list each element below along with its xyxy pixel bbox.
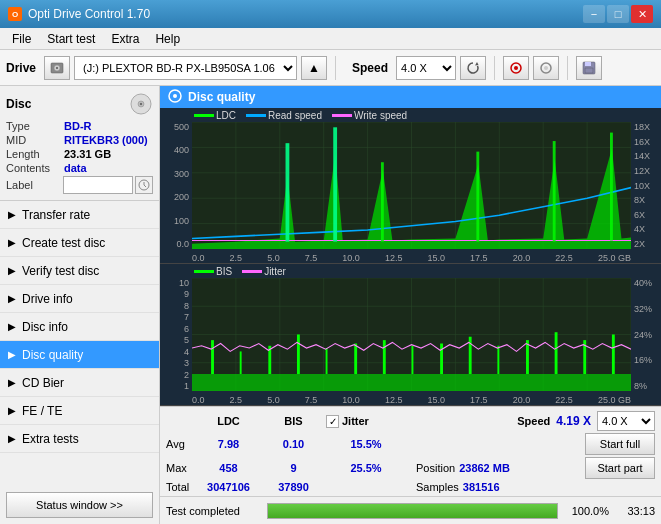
legend-readspeed-label: Read speed xyxy=(268,110,322,121)
y1-200: 200 xyxy=(174,192,189,202)
drive-icon-btn xyxy=(44,56,70,80)
legend-ldc: LDC xyxy=(194,110,236,121)
y1r-6: 6X xyxy=(634,210,645,220)
label-input[interactable] xyxy=(63,176,133,194)
x2-125: 12.5 xyxy=(385,395,403,405)
x1-200: 20.0 xyxy=(513,253,531,263)
minimize-button[interactable]: − xyxy=(583,5,605,23)
svg-rect-67 xyxy=(497,346,499,374)
nav-label: Disc info xyxy=(22,320,68,334)
menu-help[interactable]: Help xyxy=(147,30,188,48)
disc-quality-header: Disc quality xyxy=(160,86,661,108)
length-val: 23.31 GB xyxy=(64,148,111,160)
disc-icon xyxy=(129,92,153,116)
nav-drive-info[interactable]: ▶ Drive info xyxy=(0,285,159,313)
nav-extra-tests[interactable]: ▶ Extra tests xyxy=(0,425,159,453)
jitter-checkbox[interactable]: ✓ xyxy=(326,415,339,428)
progress-label: Test completed xyxy=(166,505,261,517)
y2-5: 5 xyxy=(184,335,189,345)
legend-readspeed: Read speed xyxy=(246,110,322,121)
x1-225: 22.5 xyxy=(555,253,573,263)
legend-jitter-color xyxy=(242,270,262,273)
arrow-icon: ▶ xyxy=(8,433,16,444)
menu-file[interactable]: File xyxy=(4,30,39,48)
length-key: Length xyxy=(6,148,64,160)
start-full-btn[interactable]: Start full xyxy=(585,433,655,455)
disc-read-btn[interactable] xyxy=(533,56,559,80)
y1r-10: 10X xyxy=(634,181,650,191)
y1r-8: 8X xyxy=(634,195,645,205)
legend-ldc-label: LDC xyxy=(216,110,236,121)
close-button[interactable]: ✕ xyxy=(631,5,653,23)
charts-area: LDC Read speed Write speed xyxy=(160,108,661,406)
x2-50: 5.0 xyxy=(267,395,280,405)
nav-label: Transfer rate xyxy=(22,208,90,222)
eject-button[interactable]: ▲ xyxy=(301,56,327,80)
content-area: Disc quality LDC Read speed xyxy=(160,86,661,524)
drive-label: Drive xyxy=(6,61,36,75)
svg-rect-61 xyxy=(326,348,328,374)
disc-write-btn[interactable] xyxy=(503,56,529,80)
y2-9: 9 xyxy=(184,289,189,299)
nav-label: Extra tests xyxy=(22,432,79,446)
save-button[interactable] xyxy=(576,56,602,80)
contents-key: Contents xyxy=(6,162,64,174)
sidebar: Disc Type BD-R MID RITEKBR3 (000) Length… xyxy=(0,86,160,524)
main-area: Disc Type BD-R MID RITEKBR3 (000) Length… xyxy=(0,86,661,524)
max-ldc: 458 xyxy=(196,462,261,474)
y1r-2: 2X xyxy=(634,239,645,249)
samples-label: Samples xyxy=(416,481,459,493)
chart1: LDC Read speed Write speed xyxy=(160,108,661,264)
app-title: Opti Drive Control 1.70 xyxy=(28,7,150,21)
nav-verify-test-disc[interactable]: ▶ Verify test disc xyxy=(0,257,159,285)
y2-7: 7 xyxy=(184,312,189,322)
nav-transfer-rate[interactable]: ▶ Transfer rate xyxy=(0,201,159,229)
nav-disc-info[interactable]: ▶ Disc info xyxy=(0,313,159,341)
label-browse-btn[interactable] xyxy=(135,176,153,194)
status-window-btn[interactable]: Status window >> xyxy=(6,492,153,518)
y1-0: 0.0 xyxy=(176,239,189,249)
chart2: BIS Jitter 10 9 8 7 6 5 xyxy=(160,264,661,406)
svg-rect-37 xyxy=(476,152,479,242)
label-key: Label xyxy=(6,179,63,191)
arrow-icon: ▶ xyxy=(8,209,16,220)
nav-label: Create test disc xyxy=(22,236,105,250)
nav-create-test-disc[interactable]: ▶ Create test disc xyxy=(0,229,159,257)
nav-disc-quality[interactable]: ▶ Disc quality xyxy=(0,341,159,369)
menu-starttest[interactable]: Start test xyxy=(39,30,103,48)
maximize-button[interactable]: □ xyxy=(607,5,629,23)
svg-rect-64 xyxy=(412,346,414,374)
svg-rect-71 xyxy=(612,335,615,375)
avg-ldc: 7.98 xyxy=(196,438,261,450)
y2r-16: 16% xyxy=(634,355,652,365)
samples-val: 381516 xyxy=(463,481,500,493)
speed-select-stats[interactable]: 4.0 X xyxy=(597,411,655,431)
nav-fe-te[interactable]: ▶ FE / TE xyxy=(0,397,159,425)
disc-quality-icon xyxy=(168,89,182,106)
nav-cd-bier[interactable]: ▶ CD Bier xyxy=(0,369,159,397)
x1-0: 0.0 xyxy=(192,253,205,263)
total-bis: 37890 xyxy=(261,481,326,493)
y2-10: 10 xyxy=(179,278,189,288)
menu-extra[interactable]: Extra xyxy=(103,30,147,48)
speed-select[interactable]: 4.0 X xyxy=(396,56,456,80)
svg-rect-38 xyxy=(553,141,556,242)
progress-bar-container xyxy=(267,503,558,519)
menubar: File Start test Extra Help xyxy=(0,28,661,50)
x1-150: 15.0 xyxy=(428,253,446,263)
mid-val: RITEKBR3 (000) xyxy=(64,134,148,146)
y2-8: 8 xyxy=(184,301,189,311)
svg-rect-62 xyxy=(354,344,357,374)
progress-area: Test completed 100.0% 33:13 xyxy=(160,496,661,524)
arrow-icon: ▶ xyxy=(8,321,16,332)
x1-175: 17.5 xyxy=(470,253,488,263)
bis-header: BIS xyxy=(261,415,326,427)
svg-rect-58 xyxy=(240,351,242,374)
nav-label: Disc quality xyxy=(22,348,83,362)
start-part-btn[interactable]: Start part xyxy=(585,457,655,479)
legend-bis-color xyxy=(194,270,214,273)
y2r-8: 8% xyxy=(634,381,647,391)
x1-75: 7.5 xyxy=(305,253,318,263)
refresh-button[interactable] xyxy=(460,56,486,80)
drive-select[interactable]: (J:) PLEXTOR BD-R PX-LB950SA 1.06 xyxy=(74,56,297,80)
